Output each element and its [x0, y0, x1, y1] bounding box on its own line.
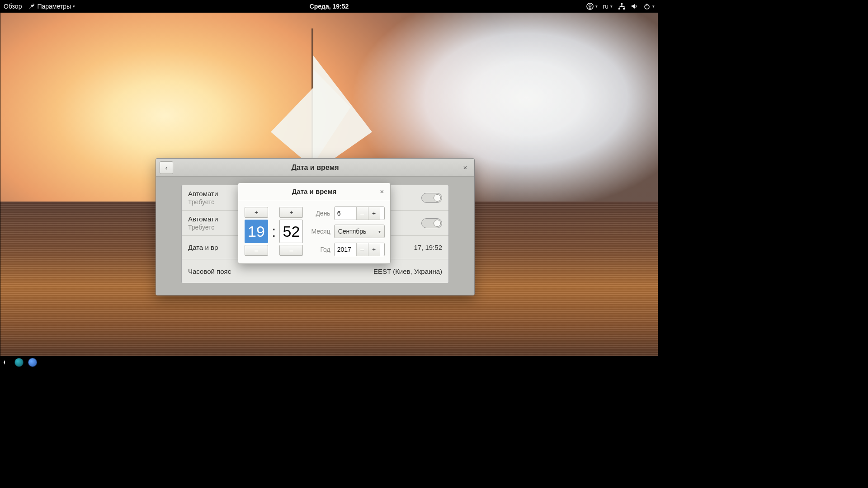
auto-datetime-switch[interactable]	[421, 193, 442, 203]
row-subtitle: Требуетс	[188, 198, 218, 206]
chevron-down-icon: ▾	[652, 4, 655, 9]
date-editor: День – + Месяц Сентябрь ▾ Год – +	[311, 206, 384, 256]
chevron-down-icon: ▾	[610, 4, 613, 9]
layout-label: ru	[603, 3, 609, 10]
app-menu-label: Параметры	[37, 3, 71, 10]
day-stepper: – +	[334, 206, 385, 220]
svg-rect-3	[618, 8, 620, 9]
month-value: Сентябрь	[338, 228, 367, 235]
time-separator: :	[272, 223, 276, 240]
year-decrement-button[interactable]: –	[356, 243, 368, 256]
clock-label: Среда, 19:52	[310, 3, 349, 10]
popover-title: Дата и время	[292, 188, 337, 195]
row-value: EEST (Киев, Украина)	[373, 267, 442, 275]
hours-increment-button[interactable]: +	[245, 207, 268, 218]
activities-button[interactable]: Обзор	[4, 3, 22, 10]
chevron-down-icon: ▾	[378, 229, 381, 234]
popover-close-button[interactable]: ×	[376, 185, 388, 197]
panel-clock[interactable]: Среда, 19:52	[310, 3, 349, 10]
minutes-decrement-button[interactable]: –	[279, 245, 303, 256]
accessibility-icon	[586, 3, 594, 10]
row-subtitle: Требуетс	[188, 224, 218, 231]
hours-value: 19	[247, 223, 266, 240]
row-title: Автомати	[188, 190, 218, 197]
accessibility-menu[interactable]: ▾	[586, 3, 598, 10]
datetime-popover: Дата и время × + 19 – : + 52 – Ден	[238, 183, 391, 264]
svg-rect-2	[621, 3, 623, 5]
day-increment-button[interactable]: +	[368, 207, 380, 220]
close-icon: ×	[380, 188, 384, 195]
row-title: Автомати	[188, 215, 218, 223]
hours-field[interactable]: 19	[245, 220, 268, 243]
day-input[interactable]	[335, 207, 356, 220]
day-decrement-button[interactable]: –	[356, 207, 368, 220]
row-title: Часовой пояс	[188, 267, 231, 275]
year-stepper: – +	[334, 243, 385, 256]
minutes-value: 52	[282, 223, 301, 240]
show-desktop-button[interactable]	[3, 359, 10, 366]
dock-app-1[interactable]	[14, 358, 24, 367]
chevron-down-icon: ▾	[73, 4, 75, 9]
system-menu[interactable]: ▾	[643, 3, 655, 10]
chevron-down-icon: ▾	[595, 4, 598, 9]
month-select[interactable]: Сентябрь ▾	[334, 225, 385, 238]
chevron-left-icon: ‹	[165, 164, 168, 171]
hours-decrement-button[interactable]: –	[245, 245, 268, 256]
keyboard-layout-menu[interactable]: ru ▾	[603, 3, 613, 10]
popover-header: Дата и время ×	[238, 183, 390, 200]
top-panel: Обзор Параметры ▾ Среда, 19:52 ▾ ru ▾	[0, 0, 658, 13]
app-menu[interactable]: Параметры ▾	[28, 3, 75, 10]
volume-menu[interactable]	[631, 3, 638, 10]
bottom-panel	[0, 356, 658, 369]
window-titlebar: ‹ Дата и время ×	[156, 159, 474, 177]
svg-rect-4	[623, 8, 625, 9]
minutes-increment-button[interactable]: +	[279, 207, 303, 218]
svg-point-1	[589, 5, 590, 6]
activities-label: Обзор	[4, 3, 22, 10]
year-increment-button[interactable]: +	[368, 243, 380, 256]
power-icon	[643, 3, 651, 10]
month-label: Месяц	[311, 228, 330, 235]
day-label: День	[311, 210, 330, 217]
network-menu[interactable]	[618, 3, 625, 10]
year-input[interactable]	[335, 243, 356, 256]
close-icon: ×	[463, 164, 467, 171]
row-value: 17, 19:52	[414, 244, 442, 251]
window-title: Дата и время	[291, 164, 339, 172]
window-close-button[interactable]: ×	[459, 161, 472, 174]
row-title: Дата и вр	[188, 244, 218, 251]
auto-timezone-switch[interactable]	[421, 218, 442, 228]
volume-icon	[631, 3, 638, 10]
back-button[interactable]: ‹	[160, 161, 173, 174]
time-editor: + 19 – : + 52 –	[245, 206, 303, 256]
minutes-field[interactable]: 52	[279, 220, 303, 243]
network-wired-icon	[618, 3, 625, 10]
year-label: Год	[311, 246, 330, 253]
dock-app-2[interactable]	[28, 358, 37, 367]
wrench-icon	[28, 3, 35, 10]
